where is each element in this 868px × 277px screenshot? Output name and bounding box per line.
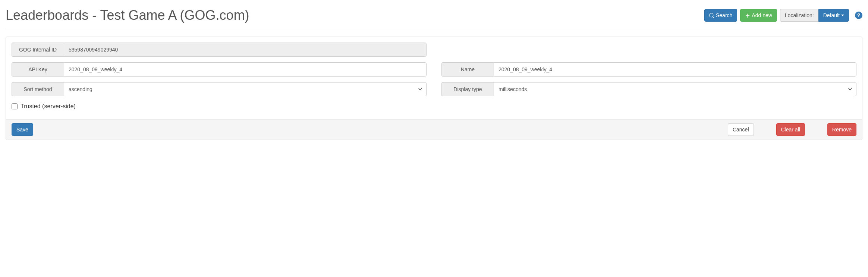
name-label: Name [441,62,494,77]
api-key-label: API Key [12,62,64,77]
api-key-group: API Key [12,62,427,77]
sort-method-group: Sort method ascending [12,82,427,96]
sort-method-select[interactable]: ascending [64,82,427,96]
display-type-select[interactable]: milliseconds [494,82,856,96]
clear-all-button[interactable]: Clear all [776,123,805,136]
localization-value: Default [823,12,840,19]
gog-internal-id-input [64,43,427,57]
page-title: Leaderboards - Test Game A (GOG.com) [6,7,249,23]
search-button-label: Search [716,12,732,19]
sort-method-label: Sort method [12,82,64,96]
plus-icon [745,12,750,19]
help-icon[interactable]: ? [855,12,862,19]
localization-dropdown[interactable]: Default [818,9,849,22]
caret-down-icon [841,15,844,16]
localization-label: Localization: [780,9,818,22]
localization-group: Localization: Default [780,9,849,22]
remove-button[interactable]: Remove [827,123,856,136]
page-header: Leaderboards - Test Game A (GOG.com) Sea… [6,0,862,29]
display-type-label: Display type [441,82,494,96]
leaderboard-form-panel: GOG Internal ID API Key Name Sort method [6,37,862,140]
trusted-checkbox[interactable] [12,103,18,109]
add-new-button-label: Add new [752,12,772,19]
display-type-group: Display type milliseconds [441,82,856,96]
name-input[interactable] [494,62,856,77]
cancel-button[interactable]: Cancel [728,123,754,136]
name-group: Name [441,62,856,77]
gog-internal-id-group: GOG Internal ID [12,43,427,57]
trusted-label[interactable]: Trusted (server-side) [21,103,76,110]
search-button[interactable]: Search [704,9,737,22]
add-new-button[interactable]: Add new [740,9,777,22]
save-button[interactable]: Save [12,123,33,136]
search-icon [709,12,714,19]
api-key-input[interactable] [64,62,427,77]
trusted-checkbox-row: Trusted (server-side) [12,103,856,110]
header-actions: Search Add new Localization: Default ? [704,9,862,22]
gog-internal-id-label: GOG Internal ID [12,43,64,57]
panel-footer: Save Cancel Clear all Remove [6,119,862,140]
panel-body: GOG Internal ID API Key Name Sort method [6,37,862,119]
